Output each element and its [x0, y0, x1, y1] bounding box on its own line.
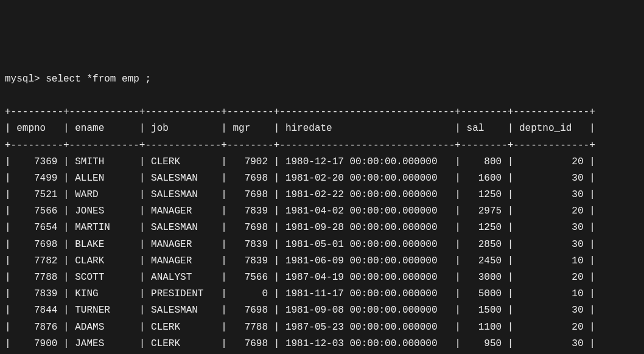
- table-row: | 7698 | BLAKE | MANAGER | 7839 | 1981-0…: [5, 237, 639, 253]
- table-row: | 7839 | KING | PRESIDENT | 0 | 1981-11-…: [5, 286, 639, 302]
- table-row: | 7782 | CLARK | MANAGER | 7839 | 1981-0…: [5, 253, 639, 269]
- table-border-top: +---------+------------+-------------+--…: [5, 104, 639, 120]
- query-result-table: +---------+------------+-------------+--…: [5, 104, 639, 354]
- sql-prompt-text: mysql> select *from emp ;: [5, 74, 151, 85]
- table-row: | 7654 | MARTIN | SALESMAN | 7698 | 1981…: [5, 220, 639, 236]
- table-row: | 7900 | JAMES | CLERK | 7698 | 1981-12-…: [5, 336, 639, 352]
- table-row: | 7876 | ADAMS | CLERK | 7788 | 1987-05-…: [5, 319, 639, 336]
- table-row: | 7369 | SMITH | CLERK | 7902 | 1980-12-…: [5, 154, 639, 170]
- sql-prompt-line[interactable]: mysql> select *from emp ;: [5, 71, 639, 88]
- table-row: | 7499 | ALLEN | SALESMAN | 7698 | 1981-…: [5, 170, 639, 187]
- table-border-mid: +---------+------------+-------------+--…: [5, 137, 639, 154]
- table-header-row: | empno | ename | job | mgr | hiredate |…: [5, 120, 639, 137]
- table-row: | 7788 | SCOTT | ANALYST | 7566 | 1987-0…: [5, 269, 639, 286]
- table-row: | 7521 | WARD | SALESMAN | 7698 | 1981-0…: [5, 187, 639, 203]
- table-row: | 7566 | JONES | MANAGER | 7839 | 1981-0…: [5, 203, 639, 220]
- table-row: | 7844 | TURNER | SALESMAN | 7698 | 1981…: [5, 302, 639, 319]
